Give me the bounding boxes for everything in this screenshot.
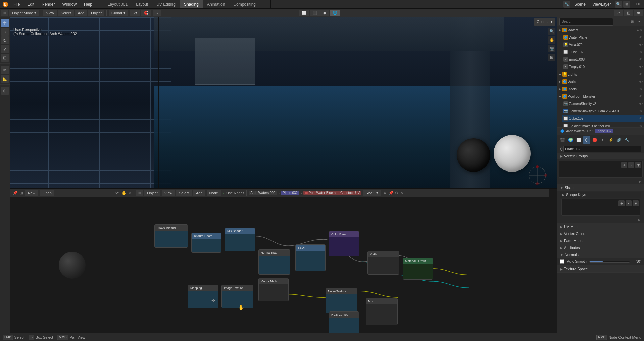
shading-solid[interactable]: ⬛ [310, 10, 320, 16]
oi-waters-eye[interactable]: 👁 [639, 28, 643, 32]
menu-edit[interactable]: Edit [24, 2, 38, 7]
scene-selector[interactable]: Scene [572, 2, 588, 7]
node-3[interactable]: Mix Shader [225, 228, 255, 251]
tab-uv-editing[interactable]: UV Editing [152, 0, 180, 8]
tool-rotate[interactable]: ↻ [1, 36, 9, 44]
prop-tab-modifiers[interactable]: 🔧 [623, 136, 631, 144]
node-node-btn[interactable]: Node [207, 190, 221, 196]
oi-c102b-eye[interactable]: 👁 [639, 117, 643, 120]
select-menu-btn[interactable]: Select [58, 10, 74, 16]
oi-e008-eye[interactable]: 👁 [639, 58, 643, 61]
menu-help[interactable]: Help [81, 2, 96, 7]
prop-tab-particles[interactable]: ✦ [599, 136, 606, 144]
panel-hand-icon[interactable]: ✋ [121, 191, 127, 195]
filter-btn[interactable]: ⊞ [623, 1, 630, 8]
sk-options-btn[interactable]: ▾ [633, 200, 639, 206]
vp-hand-icon[interactable]: ✋ [548, 36, 555, 44]
tool-transform[interactable]: ⊞ [1, 54, 9, 62]
node-2[interactable]: Texture Coord [191, 233, 221, 253]
navigation-gizmo[interactable] [527, 165, 547, 185]
node-12[interactable]: Noise Texture [326, 288, 357, 313]
tool-move[interactable]: ↔ [1, 28, 9, 36]
use-nodes-toggle[interactable]: ✓ Use Nodes [222, 191, 244, 195]
prop-tab-object[interactable]: ⬜ [575, 136, 582, 144]
prop-tab-scene[interactable]: 🎬 [559, 136, 566, 144]
proportional-btn[interactable]: ⊙ [153, 10, 161, 16]
oi-walls-eye[interactable]: 👁 [639, 80, 643, 84]
transform-mode[interactable]: ⊕▾ [130, 10, 140, 16]
viewport-3d[interactable]: User Perspective (0) Scene Collection | … [10, 17, 557, 189]
node-pin-icon[interactable]: 📌 [389, 191, 394, 195]
tab-compositing[interactable]: Compositing [229, 0, 260, 8]
shading-rendered[interactable]: 🌐 [330, 10, 340, 16]
outliner-cube102b[interactable]: ⬜ Cube.102 👁 [562, 115, 644, 122]
view-menu-btn[interactable]: View [43, 10, 57, 16]
slot-selector[interactable]: Slot 1 ▾ [363, 190, 381, 196]
snap-btn[interactable]: 🧲 [141, 10, 151, 16]
tab-layout[interactable]: Layout [132, 0, 152, 8]
node-editor-main[interactable]: ⊞ Object View Select Add Node ✓ Use Node… [134, 189, 549, 333]
oi-wp-eye[interactable]: 👁 [639, 36, 643, 39]
prop-mesh-name-input[interactable] [563, 146, 641, 152]
tab-shading[interactable]: Shading [180, 0, 203, 8]
vg-options-btn[interactable]: ▾ [635, 162, 641, 168]
shading-wire[interactable]: ⬜ [299, 10, 309, 16]
outliner-water-plane[interactable]: 🔷 Water Plane 👁 [562, 34, 644, 41]
uv-maps-header[interactable]: UV Maps [557, 223, 644, 230]
tab-add[interactable]: + [260, 0, 271, 8]
shape-header[interactable]: Shape [557, 184, 644, 191]
engine-selector[interactable]: 🔧 [563, 1, 570, 8]
outliner-poolroom[interactable]: ▶ 🔷 Poolroom Monster 👁 [557, 93, 644, 100]
node-settings-icon[interactable]: ⚙ [395, 191, 399, 195]
tool-add[interactable]: ⊕ [1, 87, 9, 95]
vg-add-btn[interactable]: + [621, 162, 627, 168]
node-13[interactable]: RGB Curves [329, 311, 359, 333]
outliner-waters[interactable]: ▶ 🔷 Waters 4 👁 [557, 26, 644, 34]
tool-cursor[interactable]: ✛ [1, 19, 9, 27]
oi-a079-eye[interactable]: 👁 [639, 43, 643, 47]
attr-header[interactable]: Attributes [557, 244, 644, 251]
node-9[interactable]: Mapping [188, 285, 218, 308]
outliner-options-icon[interactable]: ▾ [636, 19, 642, 25]
oi-hd-eye[interactable]: 👁 [639, 124, 643, 128]
vp-camera-icon[interactable]: 📷 [548, 45, 555, 52]
vg-remove-btn[interactable]: - [628, 162, 634, 168]
node-close-icon[interactable]: ✕ [400, 191, 403, 195]
panel-open-btn[interactable]: Open [40, 190, 54, 196]
node-14[interactable]: Mix [366, 298, 398, 325]
outliner-cube102a[interactable]: ⬜ Cube.102 👁 [562, 48, 644, 56]
blender-logo[interactable]: B [1, 0, 9, 8]
outliner-roofs[interactable]: ▶ 🔷 Roofs 👁 [557, 85, 644, 93]
auto-smooth-checkbox[interactable] [560, 259, 564, 264]
vp-grid-icon[interactable]: ⊞ [548, 54, 555, 61]
fm-header[interactable]: Face Maps [557, 237, 644, 244]
vp-search-icon[interactable]: 🔍 [548, 28, 555, 35]
node-6[interactable]: Color Ramp [329, 231, 359, 256]
panel-cross-icon[interactable]: ✕ [129, 191, 131, 195]
node-8[interactable]: Material Output [403, 258, 433, 280]
sk-add-btn[interactable]: + [618, 200, 625, 206]
gizmo-toggle[interactable]: ↗ [614, 10, 623, 16]
node-canvas[interactable]: Image Texture Texture Coord Mix Shader N… [134, 197, 549, 333]
ts-header[interactable]: Texture Space [557, 265, 644, 272]
sk-remove-btn[interactable]: - [626, 200, 632, 206]
tab-animation[interactable]: Animation [203, 0, 229, 8]
viewport-vertical-separator[interactable] [158, 17, 159, 188]
menu-render[interactable]: Render [38, 2, 58, 7]
node-view-btn[interactable]: View [162, 190, 175, 196]
prop-tab-mesh[interactable]: ⬡ [583, 136, 590, 144]
oi-c102a-eye[interactable]: 👁 [639, 50, 643, 54]
prop-icon-left[interactable]: 🔷 [560, 129, 565, 133]
normals-header[interactable]: Normals [557, 251, 644, 258]
tool-annotate[interactable]: ✏ [1, 66, 9, 74]
node-add-btn[interactable]: Add [193, 190, 205, 196]
shape-keys-subheader[interactable]: Shape Keys [560, 192, 641, 198]
node-object-btn[interactable]: Object [144, 190, 160, 196]
editor-type-btn[interactable]: ⊞ [1, 10, 8, 16]
outliner-camshak2[interactable]: 📷 CameraShakify.v2_Cam 2 2843.0 👁 [562, 107, 644, 115]
outliner-area079[interactable]: 💡 Area.079 👁 [562, 41, 644, 48]
prop-tab-material[interactable]: 🔴 [591, 136, 598, 144]
shading-material[interactable]: ◉ [320, 10, 329, 16]
options-button[interactable]: Options ▾ [534, 18, 555, 26]
object-menu-btn[interactable]: Object [88, 10, 104, 16]
